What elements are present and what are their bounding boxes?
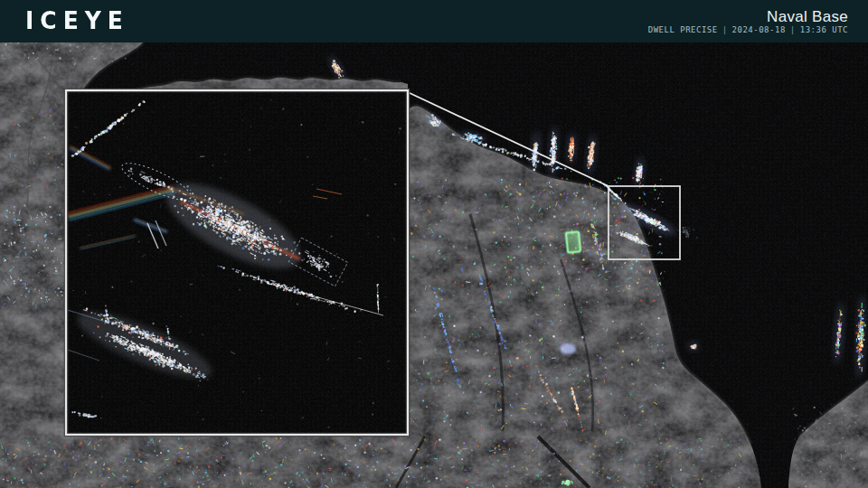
page-title: Naval Base (767, 9, 848, 24)
capture-mode: DWELL PRECISE (648, 25, 718, 34)
capture-info: DWELL PRECISE|2024-08-18|13:36 UTC (648, 26, 848, 34)
capture-date: 2024-08-18 (732, 25, 786, 34)
sar-image-container (0, 42, 868, 488)
header-right: Naval Base DWELL PRECISE|2024-08-18|13:3… (648, 9, 848, 34)
separator: | (722, 25, 728, 34)
iceye-logo: ICEYE (25, 7, 129, 34)
separator: | (790, 25, 796, 34)
capture-time: 13:36 UTC (800, 25, 848, 34)
app-window: { "header": { "logo": "ICEYE", "title": … (0, 0, 868, 488)
grain-overlay (0, 42, 868, 488)
sar-image (0, 42, 868, 488)
header-bar: ICEYE Naval Base DWELL PRECISE|2024-08-1… (0, 0, 868, 42)
